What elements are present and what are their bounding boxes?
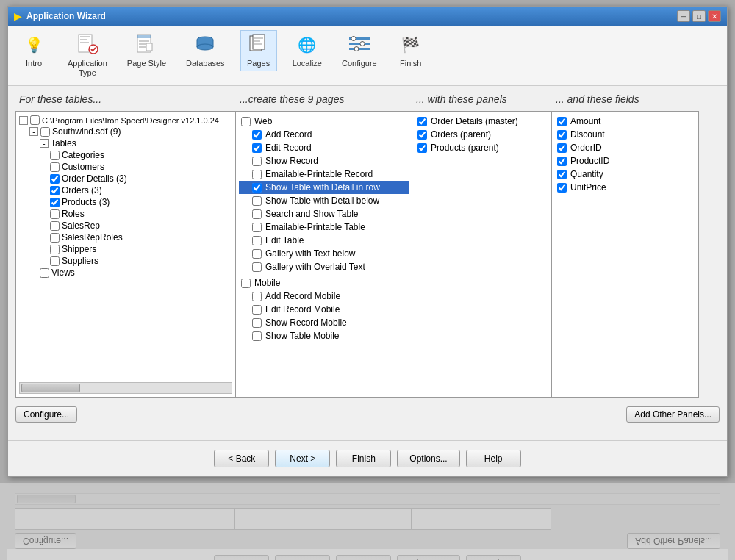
tree-suppliers[interactable]: Suppliers bbox=[19, 255, 232, 267]
page-show-record-mobile[interactable]: Show Record Mobile bbox=[239, 316, 409, 329]
edit-record-checkbox[interactable] bbox=[252, 143, 262, 153]
root-expand[interactable]: - bbox=[19, 116, 28, 125]
tree-tables[interactable]: - Tables bbox=[19, 137, 232, 149]
panel-products[interactable]: Products (parent) bbox=[415, 141, 548, 154]
panel-order-details[interactable]: Order Details (master) bbox=[415, 115, 548, 128]
field-quantity[interactable]: Quantity bbox=[555, 168, 695, 181]
suppliers-checkbox[interactable] bbox=[50, 256, 60, 266]
toolbar-application-type[interactable]: ApplicationType bbox=[63, 30, 112, 81]
tree-customers[interactable]: Customers bbox=[19, 161, 232, 173]
field-discount[interactable]: Discount bbox=[555, 128, 695, 141]
mobile-checkbox[interactable] bbox=[241, 279, 251, 288]
page-show-table-detail-row[interactable]: Show Table with Detail in row bbox=[239, 181, 409, 194]
tree-root[interactable]: - C:\Program Files\Iron Speed\Designer v… bbox=[19, 115, 232, 126]
shippers-checkbox[interactable] bbox=[50, 245, 60, 254]
roles-checkbox[interactable] bbox=[50, 209, 60, 219]
page-emailable-table[interactable]: Emailable-Printable Table bbox=[239, 220, 409, 234]
tree-roles[interactable]: Roles bbox=[19, 208, 232, 220]
tree-views[interactable]: Views bbox=[19, 267, 232, 279]
add-other-panels-button[interactable]: Add Other Panels... bbox=[626, 406, 720, 423]
tree-orders[interactable]: Orders (3) bbox=[19, 184, 232, 196]
page-show-table-mobile[interactable]: Show Table Mobile bbox=[239, 329, 409, 342]
tree-salesrep[interactable]: SalesRep bbox=[19, 220, 232, 231]
back-button[interactable]: < Back bbox=[214, 450, 269, 467]
show-record-checkbox[interactable] bbox=[252, 157, 262, 166]
orderid-checkbox[interactable] bbox=[557, 143, 567, 153]
tree-shippers[interactable]: Shippers bbox=[19, 243, 232, 255]
show-record-mobile-checkbox[interactable] bbox=[252, 318, 262, 328]
maximize-button[interactable]: □ bbox=[692, 10, 706, 22]
field-unitprice[interactable]: UnitPrice bbox=[555, 181, 695, 194]
page-add-record[interactable]: Add Record bbox=[239, 128, 409, 141]
page-edit-record[interactable]: Edit Record bbox=[239, 141, 409, 154]
productid-checkbox[interactable] bbox=[557, 157, 567, 166]
edit-record-mobile-checkbox[interactable] bbox=[252, 305, 262, 315]
toolbar-finish[interactable]: 🏁 Finish bbox=[392, 30, 429, 71]
discount-checkbox[interactable] bbox=[557, 130, 567, 140]
panel-orders[interactable]: Orders (parent) bbox=[415, 128, 548, 141]
next-button[interactable]: Next > bbox=[275, 450, 330, 467]
toolbar-configure[interactable]: Configure bbox=[337, 30, 381, 71]
show-table-mobile-checkbox[interactable] bbox=[252, 331, 262, 341]
minimize-button[interactable]: ─ bbox=[677, 10, 690, 22]
views-checkbox[interactable] bbox=[40, 268, 49, 278]
toolbar-page-style[interactable]: Page Style bbox=[123, 30, 171, 71]
emailable-table-checkbox[interactable] bbox=[252, 223, 262, 232]
help-button[interactable]: Help bbox=[466, 450, 521, 467]
show-table-detail-below-checkbox[interactable] bbox=[252, 196, 262, 206]
page-add-record-mobile[interactable]: Add Record Mobile bbox=[239, 290, 409, 303]
show-table-detail-row-checkbox[interactable] bbox=[252, 183, 262, 193]
toolbar-localize[interactable]: 🌐 Localize bbox=[288, 30, 326, 71]
amount-checkbox[interactable] bbox=[557, 117, 567, 126]
edit-table-checkbox[interactable] bbox=[252, 236, 262, 245]
emailable-record-checkbox[interactable] bbox=[252, 170, 262, 179]
tree-scroll-thumb[interactable] bbox=[21, 384, 80, 392]
search-show-table-checkbox[interactable] bbox=[252, 209, 262, 219]
tree-db[interactable]: - Southwind.sdf (9) bbox=[19, 126, 232, 137]
configure-button[interactable]: Configure... bbox=[15, 406, 77, 423]
page-search-show-table[interactable]: Search and Show Table bbox=[239, 207, 409, 220]
add-record-checkbox[interactable] bbox=[252, 130, 262, 140]
orders-panel-checkbox[interactable] bbox=[417, 130, 427, 140]
root-checkbox[interactable] bbox=[30, 115, 40, 125]
page-show-table-detail-below[interactable]: Show Table with Detail below bbox=[239, 194, 409, 207]
quantity-checkbox[interactable] bbox=[557, 170, 567, 179]
tree-products[interactable]: Products (3) bbox=[19, 196, 232, 208]
page-gallery-text-below[interactable]: Gallery with Text below bbox=[239, 247, 409, 260]
tree-categories[interactable]: Categories bbox=[19, 149, 232, 161]
orders-checkbox[interactable] bbox=[50, 186, 60, 195]
order-details-panel-checkbox[interactable] bbox=[417, 117, 427, 126]
field-orderid[interactable]: OrderID bbox=[555, 141, 695, 154]
finish-button[interactable]: Finish bbox=[336, 450, 391, 467]
tree-scrollbar[interactable] bbox=[19, 382, 232, 394]
salesrep-checkbox[interactable] bbox=[50, 221, 60, 231]
page-edit-table[interactable]: Edit Table bbox=[239, 234, 409, 247]
field-productid[interactable]: ProductID bbox=[555, 154, 695, 168]
toolbar-intro[interactable]: 💡 Intro bbox=[15, 30, 52, 71]
page-gallery-overlaid-text[interactable]: Gallery with Overlaid Text bbox=[239, 260, 409, 273]
tables-expand[interactable]: - bbox=[40, 139, 49, 148]
page-show-record[interactable]: Show Record bbox=[239, 154, 409, 168]
products-checkbox[interactable] bbox=[50, 198, 60, 207]
web-checkbox[interactable] bbox=[241, 117, 251, 126]
page-emailable-record[interactable]: Emailable-Printable Record bbox=[239, 168, 409, 181]
products-panel-checkbox[interactable] bbox=[417, 143, 427, 153]
unitprice-checkbox[interactable] bbox=[557, 183, 567, 193]
db-checkbox[interactable] bbox=[40, 127, 50, 137]
customers-checkbox[interactable] bbox=[50, 162, 60, 172]
order-details-checkbox[interactable] bbox=[50, 174, 60, 184]
toolbar-databases[interactable]: Databases bbox=[182, 30, 229, 71]
categories-checkbox[interactable] bbox=[50, 151, 60, 160]
gallery-overlaid-text-checkbox[interactable] bbox=[252, 262, 262, 272]
close-button[interactable]: ✕ bbox=[708, 10, 721, 22]
tree-order-details[interactable]: Order Details (3) bbox=[19, 173, 232, 184]
page-edit-record-mobile[interactable]: Edit Record Mobile bbox=[239, 303, 409, 316]
field-amount[interactable]: Amount bbox=[555, 115, 695, 128]
salesreproles-checkbox[interactable] bbox=[50, 233, 60, 243]
db-expand[interactable]: - bbox=[29, 127, 38, 136]
tree-salesreproles[interactable]: SalesRepRoles bbox=[19, 231, 232, 243]
toolbar-pages[interactable]: Pages bbox=[240, 30, 277, 71]
add-record-mobile-checkbox[interactable] bbox=[252, 292, 262, 301]
options-button[interactable]: Options... bbox=[397, 450, 459, 467]
gallery-text-below-checkbox[interactable] bbox=[252, 249, 262, 259]
